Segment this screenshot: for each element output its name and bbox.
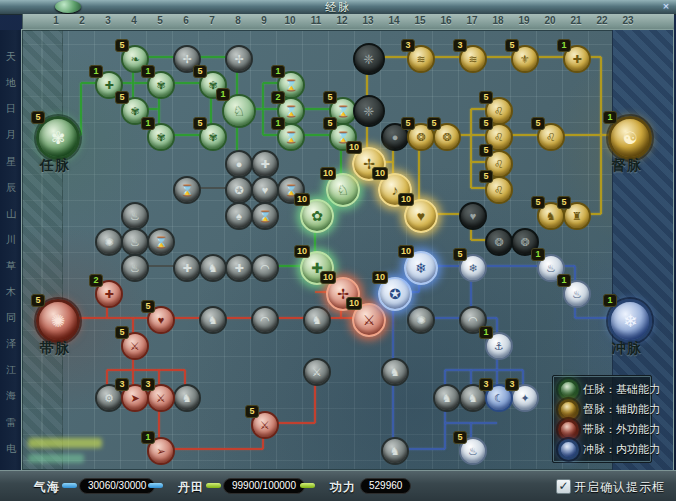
skill-node-dagger[interactable]: ⚔5 (251, 411, 279, 439)
gear-icon: ⚙ (104, 393, 114, 404)
row-character: 日 (0, 102, 22, 116)
node-level-badge: 1 (603, 111, 617, 124)
skill-node-dagger[interactable]: ⚔5 (121, 332, 149, 360)
skill-node-beast[interactable]: ♞ (199, 254, 227, 282)
skill-node-dagger[interactable]: ⚔10 (352, 303, 386, 337)
skill-node-deer[interactable]: ♘1 (222, 94, 256, 128)
skill-node-fist[interactable]: ✪ (225, 176, 253, 204)
meridian-link (80, 83, 82, 135)
skill-node-swirl[interactable]: ❂5 (433, 123, 461, 151)
skill-node-wolf[interactable]: ♞ (381, 358, 409, 386)
skill-node-lion[interactable]: ♌5 (537, 123, 565, 151)
skill-node-claw[interactable]: ✢ (225, 45, 253, 73)
skill-node-thorn[interactable]: ❈ (353, 43, 385, 75)
dantian-bar-right (300, 483, 315, 488)
skill-node-snow[interactable]: ❄5 (459, 254, 487, 282)
skill-node-lion[interactable]: ♌5 (485, 176, 513, 204)
skill-node-ren-source[interactable]: ✾5 (36, 116, 80, 160)
skill-node-heart[interactable]: ♥ (251, 176, 279, 204)
skill-node-chong-source[interactable]: ❄1 (608, 299, 652, 343)
skill-node-wolf[interactable]: ♞ (381, 437, 409, 465)
fist-icon: ✪ (389, 287, 401, 301)
legend-item: 冲脉：内功能力 (558, 439, 651, 459)
skill-node-wolf[interactable]: ♞ (173, 384, 201, 412)
skill-node-burst[interactable]: ✺ (95, 228, 123, 256)
column-number: 8 (229, 15, 247, 26)
skill-node-swords[interactable]: ⚔3 (147, 384, 175, 412)
skill-node-wolf[interactable]: ♞ (303, 306, 331, 334)
skill-node-wind[interactable]: ≋3 (407, 45, 435, 73)
lotus-icon: ✾ (156, 132, 165, 143)
column-number: 5 (151, 15, 169, 26)
skill-node-ship[interactable]: ⚓1 (485, 332, 513, 360)
skill-node-flame[interactable]: ♨5 (459, 437, 487, 465)
skill-node-wind[interactable]: ≋3 (459, 45, 487, 73)
beast-icon: ♞ (208, 315, 218, 326)
skill-node-lotus[interactable]: ✾1 (147, 71, 175, 99)
skill-node-hourglass[interactable]: ⌛ (147, 228, 175, 256)
node-level-badge: 10 (320, 271, 336, 284)
skill-node-heart[interactable]: ♥ (459, 202, 487, 230)
row-character: 江 (0, 363, 22, 377)
column-number: 17 (463, 15, 481, 26)
skill-node-burst[interactable]: ✺ (407, 306, 435, 334)
gongli-label: 功力 (330, 479, 356, 496)
skill-node-flame[interactable]: ♨ (121, 228, 149, 256)
skill-node-dagger[interactable]: ⚔ (303, 358, 331, 386)
skill-node-dai-source[interactable]: ✺5 (36, 299, 80, 343)
wolf-icon: ♞ (182, 393, 192, 404)
skill-node-plus[interactable]: ✚1 (563, 45, 591, 73)
skill-node-fist[interactable]: ✪10 (378, 277, 412, 311)
node-level-badge: 3 (401, 39, 415, 52)
skill-node-arc[interactable]: ◠ (251, 254, 279, 282)
skill-node-flame[interactable]: ♨1 (563, 280, 591, 308)
row-character: 地 (0, 76, 22, 90)
skill-node-beast[interactable]: ♞ (433, 384, 461, 412)
hourglass-icon: ⌛ (154, 237, 168, 248)
boot-icon: ➤ (130, 393, 139, 404)
skill-node-du-source[interactable]: ☯1 (608, 116, 652, 160)
node-level-badge: 5 (479, 144, 493, 157)
window-title: 经脉 (0, 0, 676, 14)
skill-node-armor[interactable]: ♜5 (563, 202, 591, 230)
skill-node-hourglass[interactable]: ⌛1 (277, 123, 305, 151)
ren-source-icon: ✾ (51, 130, 65, 147)
skill-node-spade[interactable]: ♠ (225, 202, 253, 230)
skill-node-lotus[interactable]: ✾5 (199, 123, 227, 151)
skill-node-hourglass[interactable]: ⌛ (173, 176, 201, 204)
skill-node-plus[interactable]: ✚ (251, 150, 279, 178)
row-character: 月 (0, 128, 22, 142)
skill-node-thorn[interactable]: ❈ (353, 95, 385, 127)
heart-icon: ♥ (158, 315, 165, 326)
armor-icon: ♜ (572, 211, 582, 222)
skill-node-plus[interactable]: ✚ (173, 254, 201, 282)
beast-icon: ♞ (208, 263, 218, 274)
skill-node-flame[interactable]: ♨ (121, 254, 149, 282)
skill-node-plus[interactable]: ✚ (225, 254, 253, 282)
skill-node-lotus[interactable]: ✾1 (147, 123, 175, 151)
confirm-checkbox[interactable]: ✓ (556, 479, 571, 494)
skill-node-hourglass[interactable]: ⌛ (251, 202, 279, 230)
plus-icon: ✚ (260, 159, 269, 170)
skill-node-wing[interactable]: ⚜5 (511, 45, 539, 73)
skill-node-orb[interactable]: ● (225, 150, 253, 178)
skill-node-rocket[interactable]: ➢1 (147, 437, 175, 465)
close-icon[interactable]: × (659, 0, 673, 13)
skill-node-beast[interactable]: ♞ (199, 306, 227, 334)
skill-node-arc[interactable]: ◠ (251, 306, 279, 334)
row-character: 木 (0, 285, 22, 299)
skill-node-plus[interactable]: ✚2 (95, 280, 123, 308)
skill-node-swirl[interactable]: ❂ (485, 228, 513, 256)
node-level-badge: 5 (31, 294, 45, 307)
node-level-badge: 1 (603, 294, 617, 307)
flame-icon: ♨ (130, 263, 140, 274)
node-level-badge: 3 (505, 378, 519, 391)
skill-node-flame[interactable]: ♨ (121, 202, 149, 230)
skill-node-ice[interactable]: ❄10 (404, 251, 438, 285)
skill-node-heart[interactable]: ♥10 (404, 199, 438, 233)
skill-node-heart[interactable]: ♥5 (147, 306, 175, 334)
node-level-badge: 3 (141, 378, 155, 391)
skill-node-deer[interactable]: ♘10 (326, 173, 360, 207)
skill-node-leaf[interactable]: ✿10 (300, 199, 334, 233)
skill-node-shard[interactable]: ✦3 (511, 384, 539, 412)
